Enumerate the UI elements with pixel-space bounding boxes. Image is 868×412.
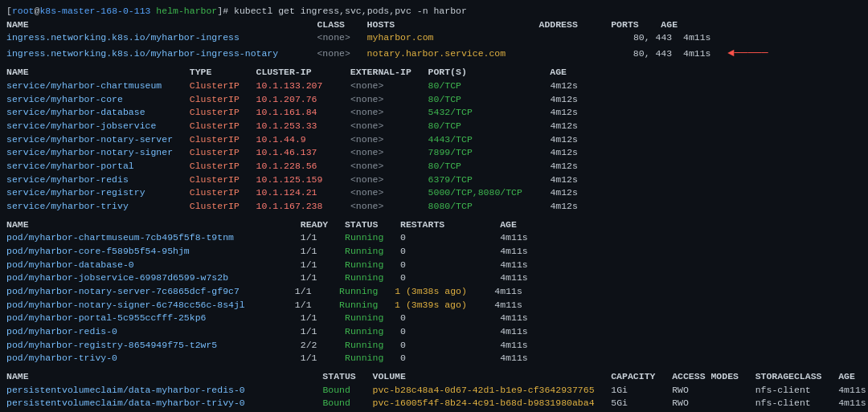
pod-row-5: pod/myharbor-notary-server-7c6865dcf-gf9… xyxy=(6,285,862,299)
pvc-header: NAME STATUS VOLUME CAPACITY ACCESS MODES… xyxy=(6,370,862,384)
svc-row-3: service/myharbor-database ClusterIP 10.1… xyxy=(6,106,862,120)
svc-row-2: service/myharbor-core ClusterIP 10.1.207… xyxy=(6,93,862,107)
pvc-row-1: persistentvolumeclaim/data-myharbor-redi… xyxy=(6,384,862,398)
svc-header: NAME TYPE CLUSTER-IP EXTERNAL-IP PORT(S)… xyxy=(6,66,862,80)
pvc-row-2: persistentvolumeclaim/data-myharbor-triv… xyxy=(6,397,862,410)
pod-row-6: pod/myharbor-notary-signer-6c748cc56c-8s… xyxy=(6,299,862,312)
svc-row-9: service/myharbor-registry ClusterIP 10.1… xyxy=(6,186,862,200)
pod-row-4: pod/myharbor-jobservice-69987d6599-w7s2b… xyxy=(6,271,862,285)
svc-row-5: service/myharbor-notary-server ClusterIP… xyxy=(6,133,862,147)
pod-row-3: pod/myharbor-database-0 1/1 Running 0 4m… xyxy=(6,259,862,272)
svc-row-7: service/myharbor-portal ClusterIP 10.1.2… xyxy=(6,160,862,173)
pod-row-1: pod/myharbor-chartmuseum-7cb495f5f8-t9tn… xyxy=(6,231,862,245)
ingress-header: NAME CLASS HOSTS ADDRESS PORTS AGE xyxy=(6,18,862,32)
ingress-row-1: ingress.networking.k8s.io/myharbor-ingre… xyxy=(6,31,862,45)
svc-row-6: service/myharbor-notary-signer ClusterIP… xyxy=(6,146,862,160)
pod-row-8: pod/myharbor-redis-0 1/1 Running 0 4m11s xyxy=(6,325,862,339)
prompt-line-1: [root@k8s-master-168-0-113 helm-harbor]#… xyxy=(6,5,862,18)
ingress-row-2: ingress.networking.k8s.io/myharbor-ingre… xyxy=(6,45,862,61)
terminal: [root@k8s-master-168-0-113 helm-harbor]#… xyxy=(0,0,868,412)
pod-row-10: pod/myharbor-trivy-0 1/1 Running 0 4m11s xyxy=(6,352,862,365)
pod-row-2: pod/myharbor-core-f589b5f54-95hjm 1/1 Ru… xyxy=(6,245,862,259)
pod-row-9: pod/myharbor-registry-8654949f75-t2wr5 2… xyxy=(6,339,862,353)
svc-row-1: service/myharbor-chartmuseum ClusterIP 1… xyxy=(6,80,862,93)
svc-row-4: service/myharbor-jobservice ClusterIP 10… xyxy=(6,120,862,133)
pod-header: NAME READY STATUS RESTARTS AGE xyxy=(6,218,862,232)
svc-row-8: service/myharbor-redis ClusterIP 10.1.12… xyxy=(6,173,862,187)
svc-row-10: service/myharbor-trivy ClusterIP 10.1.16… xyxy=(6,200,862,214)
pod-row-7: pod/myharbor-portal-5c955ccfff-25kp6 1/1… xyxy=(6,312,862,325)
